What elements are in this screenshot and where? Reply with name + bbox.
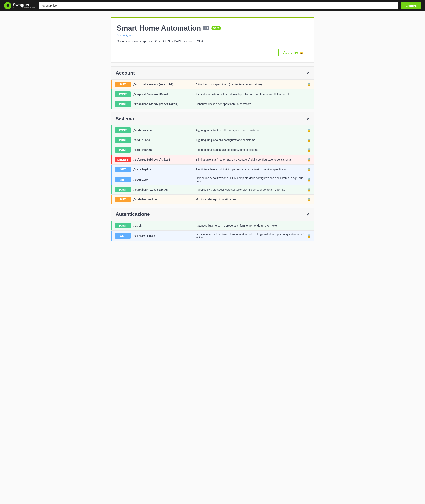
lock-icon: 🔒 <box>307 158 311 162</box>
lock-icon: 🔓 <box>299 51 303 54</box>
endpoint-autenticazione-1[interactable]: GET/verify-tokenVerifica la validità del… <box>111 231 314 241</box>
endpoint-sistema-1[interactable]: POST/add-pianoAggiungi un piano alla con… <box>111 135 314 145</box>
endpoint-path: /resetPassword/{resetToken} <box>133 102 193 106</box>
endpoint-description: Restituisce l'elenco di tutti i topic as… <box>196 168 305 171</box>
endpoint-path: /activate-user/{user_id} <box>133 83 193 86</box>
section-title-autenticazione: Autenticazione <box>116 212 150 217</box>
section-title-sistema: Sistema <box>116 116 134 122</box>
logo-text: Swagger <box>13 3 35 7</box>
chevron-icon-sistema: ∨ <box>306 116 309 121</box>
logo-sub: Supported by SMARTBEAR <box>13 7 35 9</box>
endpoint-sistema-7[interactable]: PUT/update-deviceModifica i dettagli di … <box>111 195 314 204</box>
oas3-badge: OAS3 <box>211 26 221 30</box>
explore-button[interactable]: Explore <box>401 2 421 9</box>
endpoint-path: /add-device <box>133 129 193 132</box>
endpoint-description: Verifica la validità del token fornito, … <box>196 233 305 239</box>
endpoint-description: Modifica i dettagli di un attuatore <box>196 198 305 201</box>
authorize-label: Authorize <box>283 51 298 54</box>
endpoint-description: Attiva l'account specificato (da utente … <box>196 83 305 86</box>
lock-icon: 🔒 <box>307 178 311 181</box>
lock-icon: 🔒 <box>307 198 311 201</box>
lock-icon: 🔒 <box>307 188 311 192</box>
endpoint-path: /publish/{id}/{value} <box>133 188 193 191</box>
method-badge-put: PUT <box>115 197 131 202</box>
endpoint-description: Elimina un'entità (Piano, Stanza o Attua… <box>196 158 305 161</box>
endpoint-path: /verify-token <box>133 234 193 237</box>
lock-icon: 🔒 <box>307 234 311 238</box>
method-badge-get: GET <box>115 177 131 182</box>
api-url-link[interactable]: /openapi.json <box>117 33 308 37</box>
section-account: Account∨PUT/activate-user/{user_id}Attiv… <box>111 66 314 109</box>
endpoint-description: Consuma il token per ripristinare la pas… <box>196 102 311 106</box>
chevron-icon-autenticazione: ∨ <box>306 212 309 217</box>
endpoint-path: /add-piano <box>133 138 193 142</box>
method-badge-post: POST <box>115 101 131 107</box>
sections-container: Account∨PUT/activate-user/{user_id}Attiv… <box>111 66 314 241</box>
app-header: ⚙ Swagger Supported by SMARTBEAR Explore <box>0 0 425 11</box>
endpoint-path: /add-stanza <box>133 148 193 151</box>
endpoint-path: /auth <box>133 224 193 227</box>
swagger-logo-icon: ⚙ <box>4 2 11 9</box>
endpoint-path: /requestPasswordReset <box>133 93 193 96</box>
endpoint-autenticazione-0[interactable]: POST/authAutentica l'utente con le crede… <box>111 221 314 231</box>
logo-area: ⚙ Swagger Supported by SMARTBEAR <box>4 2 36 9</box>
endpoint-account-0[interactable]: PUT/activate-user/{user_id}Attiva l'acco… <box>111 80 314 89</box>
endpoint-account-2[interactable]: POST/resetPassword/{resetToken}Consuma i… <box>111 99 314 109</box>
endpoint-description: Aggiungi una stanza alla configurazione … <box>196 148 305 151</box>
endpoint-description: Autentica l'utente con le credenziali fo… <box>196 224 311 227</box>
api-description: Documentazione e specifica OpenAPI 3 del… <box>117 39 308 43</box>
lock-icon: 🔒 <box>307 148 311 152</box>
endpoint-account-1[interactable]: POST/requestPasswordResetRichiedi il rip… <box>111 89 314 99</box>
endpoint-description: Aggiungi un piano alla configurazione di… <box>196 138 305 142</box>
section-sistema: Sistema∨POST/add-deviceAggiungi un attua… <box>111 112 314 205</box>
endpoint-path: /get-topics <box>133 168 193 171</box>
method-badge-get: GET <box>115 166 131 172</box>
authorize-area: Authorize 🔓 <box>117 47 308 56</box>
method-badge-post: POST <box>115 187 131 192</box>
section-header-autenticazione[interactable]: Autenticazione∨ <box>111 208 314 221</box>
method-badge-delete: DELETE <box>115 157 131 162</box>
method-badge-post: POST <box>115 127 131 133</box>
endpoint-sistema-3[interactable]: DELETE/delete/{objtype}/{id}Elimina un'e… <box>111 155 314 165</box>
endpoint-description: Richiedi il ripristino delle credenziali… <box>196 93 311 96</box>
endpoint-sistema-4[interactable]: GET/get-topicsRestituisce l'elenco di tu… <box>111 165 314 174</box>
logo-text-block: Swagger Supported by SMARTBEAR <box>13 3 35 9</box>
endpoint-description: Ottieni una serializzazione JSON complet… <box>196 176 305 183</box>
section-header-sistema[interactable]: Sistema∨ <box>111 113 314 126</box>
url-input[interactable] <box>39 2 398 9</box>
endpoint-sistema-5[interactable]: GET/overviewOttieni una serializzazione … <box>111 174 314 185</box>
api-info-block: Smart Home Automation 1.0 OAS3 /openapi.… <box>111 17 314 62</box>
section-autenticazione: Autenticazione∨POST/authAutentica l'uten… <box>111 208 314 241</box>
chevron-icon-account: ∨ <box>306 71 309 75</box>
api-title: Smart Home Automation <box>117 24 201 32</box>
endpoint-path: /update-device <box>133 198 193 201</box>
endpoint-sistema-2[interactable]: POST/add-stanzaAggiungi una stanza alla … <box>111 145 314 155</box>
lock-icon: 🔒 <box>307 128 311 132</box>
endpoint-path: /delete/{objtype}/{id} <box>133 158 193 161</box>
lock-icon: 🔒 <box>307 167 311 171</box>
endpoint-description: Pubblica il valore specificato sul topic… <box>196 188 305 191</box>
endpoint-sistema-6[interactable]: POST/publish/{id}/{value}Pubblica il val… <box>111 185 314 195</box>
section-title-account: Account <box>116 70 135 76</box>
method-badge-post: POST <box>115 223 131 228</box>
method-badge-post: POST <box>115 137 131 143</box>
endpoint-sistema-0[interactable]: POST/add-deviceAggiungi un attuatore all… <box>111 126 314 135</box>
method-badge-post: POST <box>115 92 131 97</box>
lock-icon: 🔒 <box>307 138 311 142</box>
endpoint-path: /overview <box>133 178 193 181</box>
title-row: Smart Home Automation 1.0 OAS3 <box>117 24 308 32</box>
method-badge-put: PUT <box>115 82 131 87</box>
method-badge-post: POST <box>115 147 131 153</box>
method-badge-get: GET <box>115 233 131 239</box>
section-header-account[interactable]: Account∨ <box>111 67 314 80</box>
main-content: Smart Home Automation 1.0 OAS3 /openapi.… <box>107 11 318 250</box>
version-badge: 1.0 <box>203 26 210 30</box>
endpoint-description: Aggiungi un attuatore alla configurazion… <box>196 129 305 132</box>
lock-icon: 🔒 <box>307 83 311 86</box>
authorize-button[interactable]: Authorize 🔓 <box>279 49 308 56</box>
